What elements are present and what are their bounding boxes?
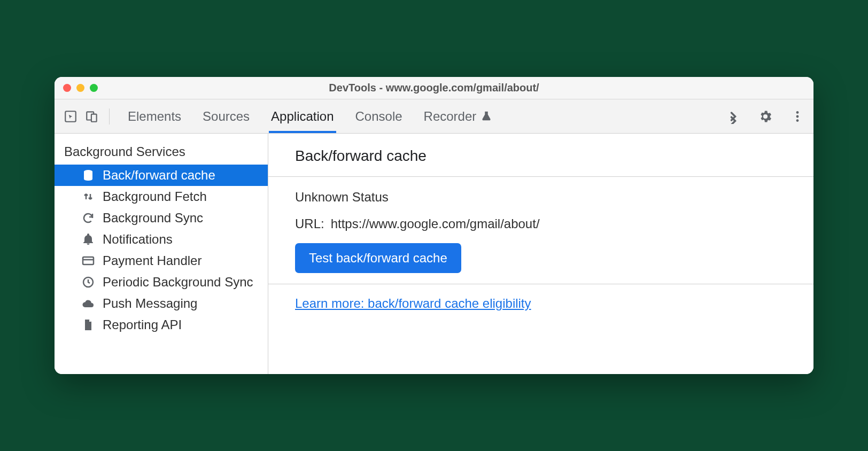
updown-icon: [81, 190, 95, 204]
sidebar-item-payment-handler[interactable]: Payment Handler: [55, 250, 268, 271]
sidebar-item-label: Background Sync: [103, 211, 203, 226]
sidebar-item-label: Push Messaging: [103, 296, 197, 311]
tab-elements[interactable]: Elements: [128, 99, 181, 133]
tab-sources[interactable]: Sources: [203, 99, 250, 133]
device-toolbar-icon[interactable]: [83, 108, 100, 125]
window-title: DevTools - www.google.com/gmail/about/: [329, 82, 539, 94]
svg-point-3: [796, 111, 799, 114]
more-tabs-icon[interactable]: [725, 108, 742, 125]
svg-point-5: [796, 119, 799, 122]
titlebar: DevTools - www.google.com/gmail/about/: [55, 77, 813, 99]
toolbar: Elements Sources Application Console Rec…: [55, 99, 813, 134]
panel-tabs: Elements Sources Application Console Rec…: [128, 99, 492, 133]
flask-icon: [480, 111, 492, 122]
devtools-window: DevTools - www.google.com/gmail/about/ E…: [55, 77, 813, 374]
url-value: https://www.google.com/gmail/about/: [331, 216, 540, 231]
inspect-element-icon[interactable]: [62, 108, 79, 125]
main-body: Unknown Status URL: https://www.google.c…: [268, 177, 813, 284]
kebab-menu-icon[interactable]: [789, 108, 806, 125]
svg-rect-2: [91, 114, 97, 121]
window-controls: [63, 84, 98, 92]
sidebar-item-notifications[interactable]: Notifications: [55, 229, 268, 250]
sidebar-item-label: Background Fetch: [103, 189, 207, 204]
sync-icon: [81, 211, 95, 225]
tab-recorder[interactable]: Recorder: [424, 99, 493, 133]
sidebar-item-bfcache[interactable]: Back/forward cache: [55, 165, 268, 186]
database-icon: [81, 168, 95, 182]
sidebar-item-background-fetch[interactable]: Background Fetch: [55, 186, 268, 207]
svg-rect-7: [83, 257, 94, 265]
settings-icon[interactable]: [757, 108, 774, 125]
close-window-button[interactable]: [63, 84, 71, 92]
toolbar-divider: [109, 108, 110, 125]
test-bfcache-button[interactable]: Test back/forward cache: [295, 243, 461, 273]
sidebar-heading: Background Services: [55, 140, 268, 165]
sidebar-item-label: Back/forward cache: [103, 168, 215, 183]
sidebar: Background Services Back/forward cache B…: [55, 134, 268, 374]
sidebar-item-label: Periodic Background Sync: [103, 275, 253, 290]
svg-point-4: [796, 115, 799, 118]
toolbar-right: [725, 108, 806, 125]
url-label: URL:: [295, 216, 324, 231]
learn-more-link[interactable]: Learn more: back/forward cache eligibili…: [295, 296, 531, 310]
main-footer: Learn more: back/forward cache eligibili…: [268, 284, 813, 323]
main-panel: Back/forward cache Unknown Status URL: h…: [268, 134, 813, 374]
cloud-icon: [81, 297, 95, 310]
url-row: URL: https://www.google.com/gmail/about/: [295, 216, 787, 231]
sidebar-item-push-messaging[interactable]: Push Messaging: [55, 293, 268, 314]
sidebar-item-label: Reporting API: [103, 317, 182, 332]
bell-icon: [81, 232, 95, 246]
zoom-window-button[interactable]: [90, 84, 98, 92]
panel-body: Background Services Back/forward cache B…: [55, 134, 813, 374]
minimize-window-button[interactable]: [76, 84, 84, 92]
clock-icon: [81, 275, 95, 289]
main-heading: Back/forward cache: [268, 134, 813, 177]
sidebar-item-reporting-api[interactable]: Reporting API: [55, 314, 268, 336]
sidebar-item-label: Notifications: [103, 232, 173, 247]
card-icon: [81, 254, 95, 268]
file-icon: [81, 318, 95, 332]
tab-application[interactable]: Application: [271, 99, 334, 133]
tab-console[interactable]: Console: [355, 99, 402, 133]
status-text: Unknown Status: [295, 190, 787, 205]
sidebar-item-background-sync[interactable]: Background Sync: [55, 207, 268, 229]
sidebar-item-label: Payment Handler: [103, 253, 201, 268]
sidebar-item-periodic-sync[interactable]: Periodic Background Sync: [55, 271, 268, 293]
